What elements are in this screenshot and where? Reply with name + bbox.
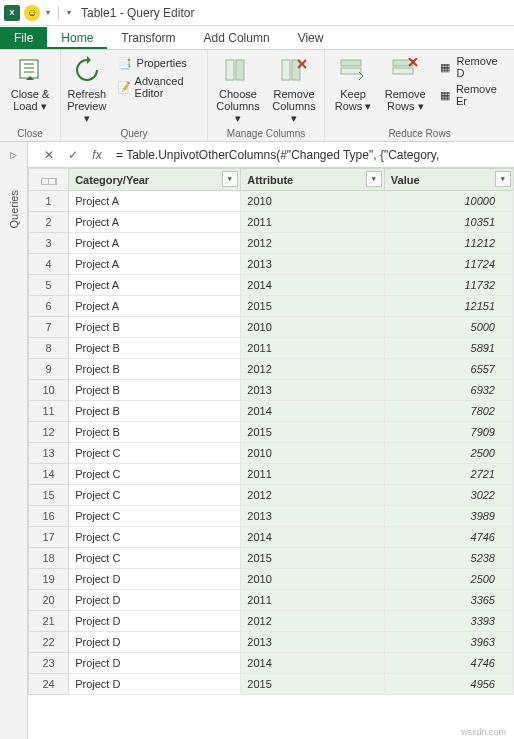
- cell-category[interactable]: Project D: [69, 674, 241, 695]
- tab-transform[interactable]: Transform: [107, 27, 189, 49]
- cell-attribute[interactable]: 2010: [241, 317, 384, 338]
- table-row[interactable]: 7Project B20105000: [29, 317, 514, 338]
- cell-category[interactable]: Project A: [69, 191, 241, 212]
- row-number[interactable]: 3: [29, 233, 69, 254]
- row-number[interactable]: 12: [29, 422, 69, 443]
- table-row[interactable]: 2Project A201110351: [29, 212, 514, 233]
- cell-attribute[interactable]: 2011: [241, 212, 384, 233]
- formula-cancel-icon[interactable]: ✕: [40, 146, 58, 164]
- row-number[interactable]: 6: [29, 296, 69, 317]
- cell-category[interactable]: Project B: [69, 338, 241, 359]
- row-number[interactable]: 11: [29, 401, 69, 422]
- row-number[interactable]: 21: [29, 611, 69, 632]
- column-header-value[interactable]: Value▾: [384, 169, 513, 191]
- cell-value[interactable]: 10351: [384, 212, 513, 233]
- table-row[interactable]: 9Project B20126557: [29, 359, 514, 380]
- cell-category[interactable]: Project D: [69, 590, 241, 611]
- cell-attribute[interactable]: 2013: [241, 632, 384, 653]
- table-row[interactable]: 20Project D20113365: [29, 590, 514, 611]
- cell-attribute[interactable]: 2012: [241, 233, 384, 254]
- cell-value[interactable]: 5891: [384, 338, 513, 359]
- cell-category[interactable]: Project D: [69, 632, 241, 653]
- formula-input[interactable]: [112, 148, 514, 162]
- tab-view[interactable]: View: [284, 27, 338, 49]
- cell-value[interactable]: 10000: [384, 191, 513, 212]
- row-number[interactable]: 10: [29, 380, 69, 401]
- row-number[interactable]: 5: [29, 275, 69, 296]
- qat-overflow[interactable]: ▾: [65, 8, 73, 17]
- cell-attribute[interactable]: 2014: [241, 653, 384, 674]
- cell-attribute[interactable]: 2013: [241, 380, 384, 401]
- cell-value[interactable]: 3393: [384, 611, 513, 632]
- cell-attribute[interactable]: 2010: [241, 443, 384, 464]
- table-row[interactable]: 14Project C20112721: [29, 464, 514, 485]
- cell-value[interactable]: 7802: [384, 401, 513, 422]
- table-row[interactable]: 24Project D20154956: [29, 674, 514, 695]
- cell-category[interactable]: Project A: [69, 212, 241, 233]
- cell-value[interactable]: 12151: [384, 296, 513, 317]
- remove-columns-button[interactable]: Remove Columns ▾: [270, 54, 318, 126]
- cell-category[interactable]: Project C: [69, 527, 241, 548]
- cell-attribute[interactable]: 2010: [241, 191, 384, 212]
- row-number[interactable]: 20: [29, 590, 69, 611]
- remove-rows-button[interactable]: Remove Rows ▾: [383, 54, 427, 126]
- formula-confirm-icon[interactable]: ✓: [64, 146, 82, 164]
- cell-value[interactable]: 3365: [384, 590, 513, 611]
- cell-category[interactable]: Project C: [69, 548, 241, 569]
- filter-button-category[interactable]: ▾: [222, 171, 238, 187]
- table-row[interactable]: 4Project A201311724: [29, 254, 514, 275]
- row-number[interactable]: 13: [29, 443, 69, 464]
- filter-button-value[interactable]: ▾: [495, 171, 511, 187]
- cell-category[interactable]: Project C: [69, 485, 241, 506]
- cell-value[interactable]: 5000: [384, 317, 513, 338]
- cell-attribute[interactable]: 2015: [241, 674, 384, 695]
- row-number[interactable]: 16: [29, 506, 69, 527]
- row-number[interactable]: 14: [29, 464, 69, 485]
- cell-value[interactable]: 3989: [384, 506, 513, 527]
- cell-category[interactable]: Project D: [69, 569, 241, 590]
- row-number[interactable]: 22: [29, 632, 69, 653]
- table-row[interactable]: 22Project D20133963: [29, 632, 514, 653]
- tab-add-column[interactable]: Add Column: [190, 27, 284, 49]
- properties-button[interactable]: 📑Properties: [115, 54, 201, 72]
- table-row[interactable]: 12Project B20157909: [29, 422, 514, 443]
- table-row[interactable]: 5Project A201411732: [29, 275, 514, 296]
- table-row[interactable]: 10Project B20136932: [29, 380, 514, 401]
- column-header-attribute[interactable]: Attribute▾: [241, 169, 384, 191]
- cell-attribute[interactable]: 2011: [241, 338, 384, 359]
- cell-value[interactable]: 11732: [384, 275, 513, 296]
- cell-value[interactable]: 3963: [384, 632, 513, 653]
- cell-value[interactable]: 2500: [384, 569, 513, 590]
- column-header-category[interactable]: Category/Year▾: [69, 169, 241, 191]
- row-number[interactable]: 19: [29, 569, 69, 590]
- smiley-icon[interactable]: ☺: [24, 5, 40, 21]
- table-row[interactable]: 1Project A201010000: [29, 191, 514, 212]
- cell-category[interactable]: Project B: [69, 359, 241, 380]
- row-number[interactable]: 7: [29, 317, 69, 338]
- cell-attribute[interactable]: 2012: [241, 359, 384, 380]
- cell-attribute[interactable]: 2014: [241, 527, 384, 548]
- cell-value[interactable]: 5238: [384, 548, 513, 569]
- cell-category[interactable]: Project B: [69, 380, 241, 401]
- choose-columns-button[interactable]: Choose Columns ▾: [214, 54, 262, 126]
- filter-button-attribute[interactable]: ▾: [366, 171, 382, 187]
- table-row[interactable]: 18Project C20155238: [29, 548, 514, 569]
- row-number[interactable]: 1: [29, 191, 69, 212]
- cell-category[interactable]: Project D: [69, 653, 241, 674]
- advanced-editor-button[interactable]: 📝Advanced Editor: [115, 74, 201, 100]
- refresh-preview-button[interactable]: Refresh Preview ▾: [67, 54, 107, 126]
- table-row[interactable]: 3Project A201211212: [29, 233, 514, 254]
- cell-category[interactable]: Project B: [69, 317, 241, 338]
- cell-category[interactable]: Project A: [69, 233, 241, 254]
- tab-home[interactable]: Home: [47, 27, 107, 49]
- cell-value[interactable]: 2721: [384, 464, 513, 485]
- cell-category[interactable]: Project A: [69, 296, 241, 317]
- cell-attribute[interactable]: 2014: [241, 275, 384, 296]
- cell-category[interactable]: Project C: [69, 464, 241, 485]
- table-row[interactable]: 15Project C20123022: [29, 485, 514, 506]
- table-row[interactable]: 11Project B20147802: [29, 401, 514, 422]
- row-number[interactable]: 24: [29, 674, 69, 695]
- cell-category[interactable]: Project D: [69, 611, 241, 632]
- table-row[interactable]: 13Project C20102500: [29, 443, 514, 464]
- remove-duplicates-button[interactable]: ▦Remove D: [435, 54, 508, 80]
